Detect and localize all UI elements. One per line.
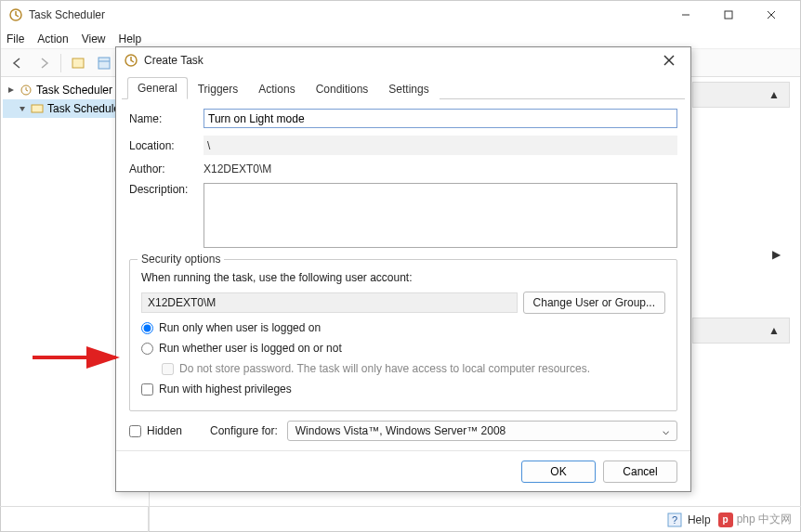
configure-for-value: Windows Vista™, Windows Server™ 2008	[295, 424, 506, 437]
tabstrip: General Triggers Actions Conditions Sett…	[122, 73, 685, 99]
brand-watermark: p php 中文网	[718, 512, 801, 527]
create-task-dialog: Create Task General Triggers Actions Con…	[115, 46, 691, 492]
radio-logged-on-or-not-label: Run whether user is logged on or not	[159, 342, 342, 355]
cancel-button[interactable]: Cancel	[603, 461, 677, 483]
radio-logged-on[interactable]	[141, 322, 153, 334]
location-value: \	[204, 136, 677, 155]
toolbar-action-icon[interactable]	[67, 52, 89, 74]
radio-logged-on-or-not[interactable]	[141, 343, 153, 355]
chevron-down-icon: ⌵	[663, 424, 669, 437]
configure-for-select[interactable]: Windows Vista™, Windows Server™ 2008 ⌵	[287, 421, 677, 441]
account-display: X12DEXT0\M	[141, 292, 518, 313]
actions-more[interactable]: ▶	[692, 241, 790, 267]
name-input[interactable]	[204, 109, 677, 128]
menu-file[interactable]: File	[7, 32, 24, 45]
security-options-group: Security options When running the task, …	[129, 259, 677, 411]
app-icon	[8, 7, 23, 22]
actions-header-1[interactable]: ▲	[692, 82, 790, 108]
brand-logo: p	[718, 513, 733, 527]
menu-help[interactable]: Help	[119, 32, 142, 45]
checkbox-highest-privileges[interactable]	[141, 383, 153, 396]
status-help-label: Help	[688, 513, 711, 526]
close-button[interactable]	[750, 1, 793, 29]
clock-icon	[20, 84, 33, 97]
menu-action[interactable]: Action	[37, 32, 68, 45]
tab-conditions[interactable]: Conditions	[306, 78, 379, 99]
radio-logged-on-label: Run only when user is logged on	[159, 321, 321, 334]
svg-rect-6	[98, 58, 110, 69]
highest-privileges-label: Run with highest privileges	[159, 383, 292, 396]
ok-button[interactable]: OK	[521, 461, 596, 483]
tree-root-label: Task Scheduler (L	[36, 84, 125, 97]
window-title: Task Scheduler	[29, 8, 664, 21]
titlebar: Task Scheduler	[1, 1, 800, 29]
dialog-icon	[124, 53, 138, 68]
checkbox-no-store-password	[162, 363, 174, 375]
back-button[interactable]	[7, 52, 29, 74]
actions-header-2[interactable]: ▲	[692, 318, 790, 344]
minimize-button[interactable]	[664, 1, 707, 29]
author-label: Author:	[129, 162, 204, 175]
tree-library-label: Task Schedule	[47, 102, 120, 115]
dialog-buttons: OK Cancel	[116, 450, 690, 491]
name-label: Name:	[129, 112, 204, 125]
svg-rect-5	[72, 58, 84, 68]
checkbox-hidden[interactable]	[129, 425, 141, 437]
status-help[interactable]: ? Help	[660, 513, 718, 527]
toolbar-view-icon[interactable]	[93, 52, 115, 74]
tab-settings[interactable]: Settings	[378, 78, 439, 99]
tab-triggers[interactable]: Triggers	[188, 78, 249, 99]
security-prompt: When running the task, use the following…	[141, 271, 665, 284]
menu-view[interactable]: View	[82, 32, 106, 45]
actions-pane: ▲ ▶ ▲	[692, 82, 790, 344]
expand-icon[interactable]	[7, 85, 16, 95]
svg-rect-11	[32, 105, 43, 112]
svg-text:?: ?	[672, 514, 677, 526]
dialog-title: Create Task	[144, 54, 655, 67]
folder-icon	[31, 102, 44, 115]
location-label: Location:	[129, 139, 204, 152]
dialog-titlebar: Create Task	[116, 47, 690, 73]
author-value: X12DEXT0\M	[204, 162, 677, 175]
dialog-close-button[interactable]	[655, 47, 683, 73]
maximize-button[interactable]	[707, 1, 750, 29]
svg-rect-2	[725, 11, 732, 19]
forward-button[interactable]	[33, 52, 55, 74]
description-label: Description:	[129, 183, 204, 196]
no-store-password-label: Do not store password. The task will onl…	[179, 362, 590, 375]
hidden-label: Hidden	[147, 424, 182, 437]
collapse-icon[interactable]: ▲	[768, 324, 780, 337]
tab-actions[interactable]: Actions	[248, 78, 305, 99]
statusbar: ? Help p php 中文网	[0, 506, 801, 532]
expand-icon[interactable]	[18, 104, 27, 113]
configure-for-label: Configure for:	[210, 424, 278, 437]
security-legend: Security options	[138, 253, 224, 266]
brand-text: php 中文网	[737, 512, 792, 527]
tab-content-general: Name: Location: \ Author: X12DEXT0\M Des…	[116, 99, 690, 450]
help-icon: ?	[667, 513, 682, 527]
tab-general[interactable]: General	[127, 77, 188, 99]
collapse-icon[interactable]: ▲	[768, 88, 780, 101]
change-user-button[interactable]: Change User or Group...	[523, 292, 665, 314]
description-input[interactable]	[204, 183, 677, 248]
